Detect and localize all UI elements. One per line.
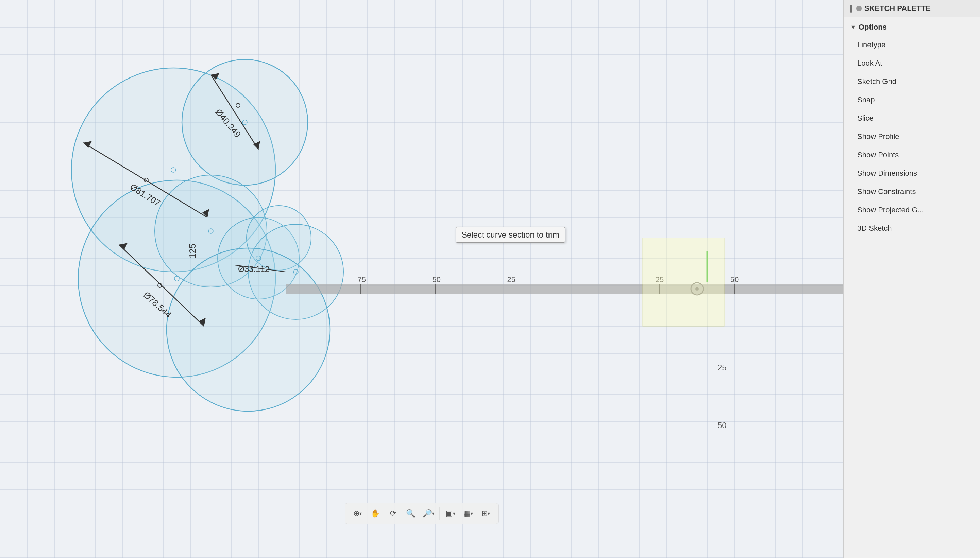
grid-button[interactable]: ⊞ ▾ bbox=[478, 505, 494, 522]
svg-text:-50: -50 bbox=[430, 275, 441, 284]
options-arrow-icon: ▼ bbox=[850, 24, 856, 30]
sidebar-item-3d-sketch[interactable]: 3D Sketch bbox=[850, 219, 973, 238]
zoom-in-icon: 🔍 bbox=[406, 509, 415, 518]
linetype-label: Linetype bbox=[857, 41, 885, 49]
show-profile-label: Show Profile bbox=[857, 132, 899, 141]
snap-label: Snap bbox=[857, 95, 875, 104]
zoom-out-icon: 🔎 bbox=[423, 509, 432, 518]
hand-icon: ✋ bbox=[371, 509, 380, 518]
svg-text:Ø33.112: Ø33.112 bbox=[238, 264, 269, 274]
sidebar-item-show-profile[interactable]: Show Profile bbox=[850, 128, 973, 146]
display2-button[interactable]: ▦ ▾ bbox=[460, 505, 477, 522]
display1-button[interactable]: ▣ ▾ bbox=[442, 505, 459, 522]
svg-rect-50 bbox=[643, 238, 724, 326]
svg-text:125: 125 bbox=[187, 244, 197, 258]
show-constraints-label: Show Constraints bbox=[857, 187, 916, 196]
display2-dropdown-arrow: ▾ bbox=[470, 511, 473, 516]
sidebar-item-look-at[interactable]: Look At bbox=[850, 54, 973, 72]
display1-dropdown-arrow: ▾ bbox=[453, 511, 455, 516]
panel-title: SKETCH PALETTE bbox=[864, 4, 931, 13]
svg-text:-25: -25 bbox=[505, 275, 516, 284]
show-points-label: Show Points bbox=[857, 151, 899, 159]
orbit-button[interactable]: ⟳ bbox=[385, 505, 401, 522]
grid-icon: ⊞ bbox=[482, 509, 488, 518]
options-section: ▼ Options Linetype Look At Sketch Grid S… bbox=[844, 17, 980, 240]
slice-label: Slice bbox=[857, 114, 873, 122]
zoom-in-button[interactable]: 🔍 bbox=[403, 505, 419, 522]
toolbar-divider-1 bbox=[439, 507, 440, 520]
sidebar-item-slice[interactable]: Slice bbox=[850, 109, 973, 128]
svg-rect-34 bbox=[286, 284, 843, 294]
panel-status-dot bbox=[856, 6, 862, 11]
orbit-icon: ⟳ bbox=[390, 509, 396, 518]
select-button[interactable]: ⊕ ▾ bbox=[350, 505, 366, 522]
panel-header: ║ SKETCH PALETTE bbox=[844, 0, 980, 17]
panel-collapse-icon[interactable]: ║ bbox=[849, 5, 853, 12]
sidebar-item-show-projected-g[interactable]: Show Projected G... bbox=[850, 201, 973, 219]
sidebar-item-snap[interactable]: Snap bbox=[850, 91, 973, 109]
select-dropdown-arrow: ▾ bbox=[359, 511, 362, 516]
svg-point-4 bbox=[182, 59, 308, 185]
sidebar-item-show-constraints[interactable]: Show Constraints bbox=[850, 182, 973, 201]
sidebar-item-sketch-grid[interactable]: Sketch Grid bbox=[850, 72, 973, 91]
svg-text:50: 50 bbox=[730, 275, 738, 284]
options-section-header[interactable]: ▼ Options bbox=[850, 23, 973, 31]
show-dimensions-label: Show Dimensions bbox=[857, 169, 917, 177]
sketch-grid-label: Sketch Grid bbox=[857, 77, 896, 85]
options-label: Options bbox=[858, 23, 887, 31]
sketch-palette-panel: ║ SKETCH PALETTE ▼ Options Linetype Look… bbox=[843, 0, 980, 558]
grid-dropdown-arrow: ▾ bbox=[488, 511, 490, 516]
tooltip-text: Select curve section to trim bbox=[462, 230, 559, 239]
svg-text:50: 50 bbox=[717, 421, 727, 430]
hand-button[interactable]: ✋ bbox=[367, 505, 383, 522]
sketch-canvas[interactable]: Ø81.707 Ø40.249 Ø78.544 Ø33.112 125 -75 … bbox=[0, 0, 843, 558]
sidebar-item-show-dimensions[interactable]: Show Dimensions bbox=[850, 164, 973, 182]
display1-icon: ▣ bbox=[446, 509, 453, 518]
zoom-dropdown-arrow: ▾ bbox=[432, 511, 434, 516]
sidebar-item-show-points[interactable]: Show Points bbox=[850, 146, 973, 164]
look-at-label: Look At bbox=[857, 59, 882, 67]
sidebar-item-linetype[interactable]: Linetype bbox=[850, 36, 973, 54]
svg-text:-75: -75 bbox=[355, 275, 366, 284]
svg-text:25: 25 bbox=[717, 363, 727, 372]
toolbar: ⊕ ▾ ✋ ⟳ 🔍 🔎 ▾ ▣ ▾ ▦ ▾ ⊞ ▾ bbox=[345, 503, 498, 524]
display2-icon: ▦ bbox=[464, 509, 470, 518]
3d-sketch-label: 3D Sketch bbox=[857, 224, 892, 233]
trim-tooltip: Select curve section to trim bbox=[455, 227, 565, 243]
sketch-svg: Ø81.707 Ø40.249 Ø78.544 Ø33.112 125 -75 … bbox=[0, 0, 843, 558]
zoom-out-button[interactable]: 🔎 ▾ bbox=[420, 505, 437, 522]
show-projected-g-label: Show Projected G... bbox=[857, 205, 924, 214]
select-icon: ⊕ bbox=[353, 509, 359, 518]
